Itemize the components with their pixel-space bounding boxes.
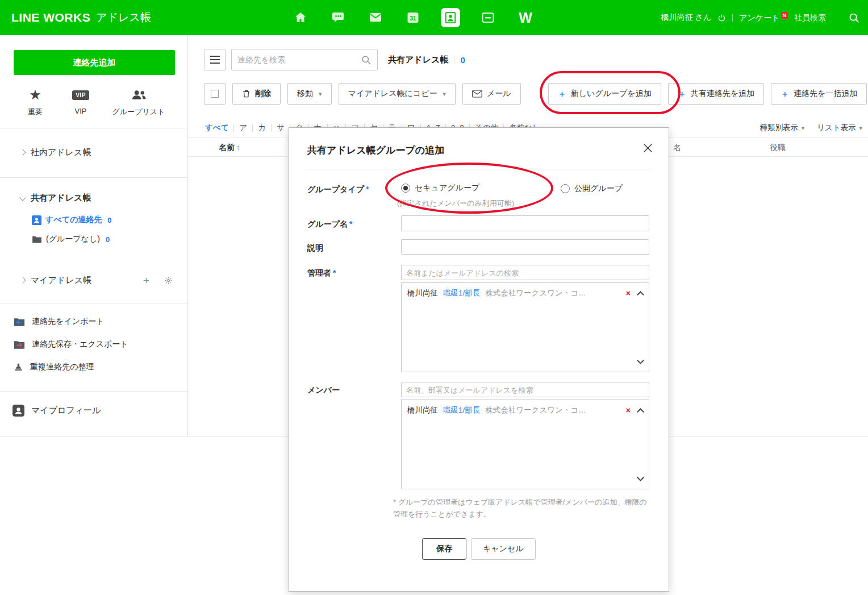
member-search-input[interactable]: [401, 382, 649, 397]
secure-group-radio[interactable]: セキュアグループ: [401, 183, 479, 193]
copy-to-my-book-button[interactable]: マイアドレス帳にコピー ▾: [339, 83, 456, 105]
sidebar-item-import-contacts[interactable]: 連絡先をインポート: [0, 314, 187, 330]
filter-sa[interactable]: サ: [271, 124, 290, 132]
select-all-checkbox[interactable]: [204, 83, 226, 105]
admin-list: 橋川尚征 職級1/部長 株式会社ワークスワン・コ… ×: [401, 282, 649, 372]
export-icon: [14, 340, 25, 349]
employee-search-input[interactable]: [794, 13, 842, 22]
group-name-label: グループ名*: [307, 219, 352, 230]
quick-grouplist[interactable]: グループリスト: [103, 88, 174, 117]
divider: [0, 128, 187, 128]
sidebar-item-internal-book[interactable]: 社内アドレス帳: [0, 144, 187, 160]
calendar-icon[interactable]: 31: [403, 8, 423, 27]
delete-button[interactable]: 削除: [232, 83, 281, 105]
new-badge: N: [781, 12, 788, 19]
app-header: LINE WORKS アドレス帳 31 W 橋川尚征 さん アンケートN: [0, 0, 868, 35]
gear-icon[interactable]: [164, 276, 173, 285]
book-title-text: 共有アドレス帳: [388, 55, 448, 65]
view-as-list-button[interactable]: リスト表示 ▾: [817, 123, 862, 133]
filter-a[interactable]: ア: [233, 124, 252, 132]
column-header-title[interactable]: 役職: [770, 143, 786, 153]
add-shared-contact-button[interactable]: ＋ 共有連絡先を追加: [668, 83, 764, 105]
logout-icon[interactable]: [717, 14, 726, 22]
contact-search-box: [231, 49, 378, 70]
public-group-radio[interactable]: 公開グループ: [561, 184, 623, 194]
save-button[interactable]: 保存: [422, 538, 466, 560]
view-by-type-button[interactable]: 種類別表示 ▾: [760, 123, 804, 133]
column-header-department[interactable]: 名: [673, 143, 681, 153]
scroll-down-icon[interactable]: [638, 473, 643, 482]
divider: [0, 303, 187, 303]
quick-vip[interactable]: VIP VIP: [58, 88, 103, 117]
drive-icon[interactable]: [478, 8, 498, 27]
description-input[interactable]: [401, 239, 649, 255]
scroll-up-icon[interactable]: [638, 407, 643, 416]
mail-button[interactable]: メール: [462, 83, 521, 105]
scroll-down-icon[interactable]: [638, 356, 643, 365]
divider: [0, 177, 187, 178]
add-contact-button[interactable]: 連絡先追加: [14, 50, 175, 75]
merge-label: 重複連絡先の整理: [30, 362, 94, 372]
search-icon[interactable]: [848, 12, 860, 24]
list-menu-button[interactable]: [204, 49, 226, 70]
filter-all[interactable]: すべて: [205, 124, 233, 132]
page-title: アドレス帳: [96, 10, 151, 25]
user-name[interactable]: 橋川尚征 さん: [661, 13, 712, 23]
contacts-icon[interactable]: [441, 8, 460, 27]
add-group-button[interactable]: ＋ 新しいグループを追加: [548, 83, 661, 105]
chevron-down-icon: ▾: [802, 124, 805, 131]
sort-asc-icon: ↑: [236, 144, 240, 152]
contact-search-input[interactable]: [237, 55, 361, 64]
stamp-icon: [14, 363, 23, 372]
filter-ka[interactable]: カ: [252, 124, 271, 132]
group-name-input[interactable]: [401, 215, 649, 231]
sidebar-item-shared-book[interactable]: 共有アドレス帳: [0, 190, 187, 206]
quick-grouplist-label: グループリスト: [112, 107, 165, 117]
divider: [307, 169, 650, 169]
bulk-add-button[interactable]: ＋ 連絡先を一括追加: [771, 83, 867, 105]
add-group-label: 新しいグループを追加: [571, 89, 652, 99]
folder-icon: [32, 235, 42, 243]
person-company: 株式会社ワークスワン・コ…: [485, 288, 621, 298]
person-name: 橋川尚征: [407, 288, 438, 298]
person-name: 橋川尚征: [407, 405, 438, 415]
secure-group-label: セキュアグループ: [415, 183, 479, 193]
move-button[interactable]: 移動 ▾: [287, 83, 332, 105]
sidebar-item-my-profile[interactable]: マイプロフィール: [0, 402, 187, 418]
remove-person-icon[interactable]: ×: [626, 289, 631, 298]
sidebar-item-all-contacts[interactable]: すべての連絡先 0: [0, 213, 187, 227]
modal-title: 共有アドレス帳グループの追加: [307, 144, 444, 157]
home-icon[interactable]: [291, 8, 310, 27]
radio-unselected-icon: [561, 184, 570, 193]
chevron-down-icon: ▾: [443, 90, 446, 98]
divider: [0, 391, 187, 392]
sidebar-item-no-group[interactable]: (グループなし) 0: [0, 232, 187, 247]
mail-icon[interactable]: [366, 8, 385, 27]
sidebar-item-merge-duplicates[interactable]: 重複連絡先の整理: [0, 359, 187, 375]
scroll-up-icon[interactable]: [638, 290, 643, 299]
sidebar-item-my-book[interactable]: マイアドレス帳 +: [0, 272, 187, 288]
remove-person-icon[interactable]: ×: [626, 406, 631, 415]
chat-icon[interactable]: [328, 8, 348, 27]
column-header-name[interactable]: 名前↑: [219, 143, 240, 153]
quick-actions: ★ 重要 VIP VIP グループリスト: [12, 88, 176, 117]
import-icon: [14, 317, 25, 327]
public-group-label: 公開グループ: [574, 184, 623, 194]
member-label: メンバー: [307, 385, 340, 396]
envelope-icon: [472, 90, 482, 98]
add-icon[interactable]: +: [143, 275, 149, 286]
quick-important[interactable]: ★ 重要: [12, 88, 58, 117]
star-icon: ★: [29, 88, 41, 102]
survey-link[interactable]: アンケートN: [739, 12, 788, 23]
admin-search-input[interactable]: [401, 265, 649, 280]
sidebar-item-export-contacts[interactable]: 連絡先保存・エクスポート: [0, 336, 187, 352]
all-contacts-count: 0: [107, 216, 111, 224]
chevron-down-icon: [19, 194, 26, 201]
cancel-button[interactable]: キャンセル: [471, 538, 536, 560]
search-icon[interactable]: [361, 55, 372, 65]
group-type-options: セキュアグループ 公開グループ: [401, 183, 654, 197]
quick-vip-label: VIP: [75, 107, 87, 115]
close-icon[interactable]: [638, 138, 657, 157]
modal-buttons: 保存 キャンセル: [289, 538, 669, 560]
works-icon[interactable]: W: [516, 8, 535, 27]
